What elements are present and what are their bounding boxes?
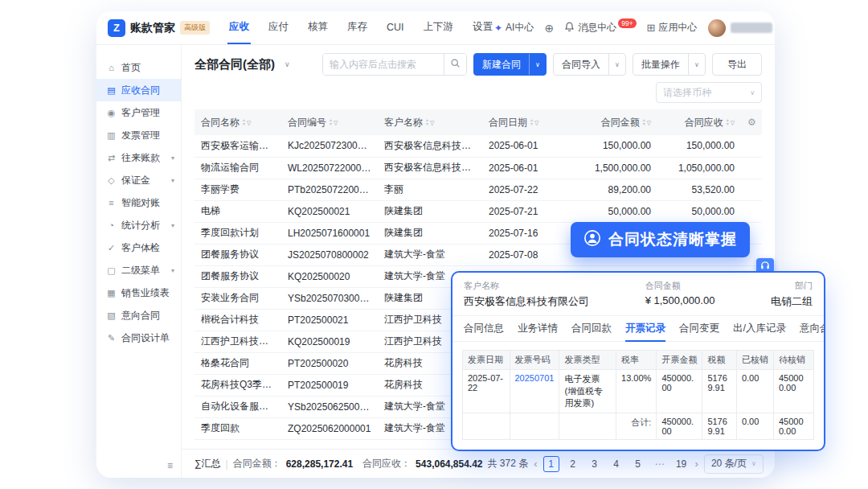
table-row[interactable]: 物流运输合同WL2025072200001西安极客信息科技有限公司2025-06…	[194, 157, 762, 179]
column-header-amount[interactable]: 合同金额▴▾∇	[563, 109, 657, 135]
sidebar-item-home[interactable]: ⌂首页	[96, 56, 181, 79]
column-header-name[interactable]: 合同名称▴▾∇	[194, 109, 281, 135]
reconciliation-icon: ≡	[106, 198, 117, 208]
contract-status-banner: 合同状态清晰掌握	[571, 222, 750, 257]
page-button-2[interactable]: 2	[565, 456, 581, 472]
column-header-date[interactable]: 合同日期▴▾∇	[482, 109, 563, 135]
chevron-down-icon: ▾	[171, 222, 174, 229]
chevron-down-icon: ▾	[171, 177, 174, 184]
sort-icon[interactable]: ▴▾	[727, 118, 729, 126]
next-page-button[interactable]: ›	[695, 458, 698, 470]
popup-tab-intent-contract[interactable]: 意向合同	[800, 316, 825, 342]
nav-item-settings[interactable]: 设置	[471, 11, 494, 44]
nav-item-cui[interactable]: CUI	[385, 11, 406, 44]
sort-icon[interactable]: ▴▾	[643, 118, 645, 126]
message-center-button[interactable]: 消息中心 99+	[564, 21, 636, 35]
sidebar-item-current-accounts[interactable]: ⇄往来账款▾	[96, 146, 181, 169]
column-header-no[interactable]: 合同编号▴▾∇	[281, 109, 378, 135]
filter-icon[interactable]: ∇	[334, 120, 338, 127]
cell-no: PT202500020	[281, 352, 378, 374]
filter-icon[interactable]: ∇	[534, 120, 538, 127]
cell-no: PT202500019	[281, 374, 378, 396]
batch-actions-button[interactable]: 批量操作 ∨	[633, 53, 706, 76]
sidebar-item-contract-design[interactable]: ✎合同设计单	[96, 327, 181, 349]
sort-icon[interactable]: ▴▾	[330, 118, 332, 126]
filter-icon[interactable]: ∇	[647, 120, 651, 127]
popup-amount: 合同金额 ¥ 1,500,000.00	[645, 280, 715, 309]
cell-customer: 建筑大学-食堂	[378, 244, 482, 265]
column-label: 合同编号	[288, 117, 326, 128]
nav-item-receivable[interactable]: 应收	[227, 11, 251, 44]
new-contract-button[interactable]: 新建合同 ∨	[473, 53, 547, 76]
nav-item-inventory[interactable]: 库存	[346, 11, 369, 44]
invoice-empty-cell	[463, 413, 510, 440]
popup-tab-contract-change[interactable]: 合同变更	[679, 316, 719, 342]
filter-icon[interactable]: ∇	[430, 120, 434, 127]
sidebar-item-invoice-management[interactable]: ▥发票管理	[96, 124, 181, 146]
popup-tab-inventory-records[interactable]: 出/入库记录	[733, 316, 786, 342]
import-contract-button[interactable]: 合同导入 ∨	[553, 53, 626, 76]
nav-item-upstream-downstream[interactable]: 上下游	[422, 11, 456, 44]
export-button[interactable]: 导出	[712, 53, 762, 76]
search-input[interactable]	[323, 54, 444, 75]
sidebar-item-statistics[interactable]: ◔统计分析▾	[96, 214, 181, 236]
chevron-down-icon[interactable]: ∨	[530, 61, 546, 68]
sort-icon[interactable]: ▴▾	[530, 118, 533, 126]
quick-add-button[interactable]: ⊕	[544, 22, 554, 35]
page-button-5[interactable]: 5	[630, 456, 646, 472]
sidebar-item-receivable-contracts[interactable]: ▤应收合同	[96, 79, 181, 101]
sidebar-item-customer-management[interactable]: ◉客户管理	[96, 101, 181, 124]
sidebar-item-deposit[interactable]: ◇保证金▾	[96, 169, 181, 191]
title-chevron-down-icon[interactable]: ∨	[285, 60, 290, 68]
sidebar-item-sales-report[interactable]: ▦销售业绩表	[96, 281, 181, 304]
accounts-icon: ⇄	[106, 153, 117, 163]
nav-item-payable[interactable]: 应付	[267, 11, 290, 44]
page-size-select[interactable]: 20 条/页 ∨	[704, 454, 764, 474]
popup-tab-contract-payment[interactable]: 合同回款	[571, 316, 612, 342]
cell-customer: 陕建集团	[378, 200, 482, 222]
table-row[interactable]: 电梯KQ202500021陕建集团2025-07-2150,000.0050,0…	[194, 200, 762, 222]
nav-item-accounting[interactable]: 核算	[306, 11, 330, 44]
popup-tab-business-detail[interactable]: 业务详情	[518, 316, 558, 342]
summary-divider: |	[226, 458, 228, 470]
prev-page-button[interactable]: ‹	[534, 458, 537, 470]
chevron-down-icon[interactable]: ∨	[609, 61, 625, 68]
invoice-cell: 51769.91	[702, 370, 737, 413]
sidebar-item-customer-checkup[interactable]: ✓客户体检	[96, 236, 181, 259]
popup-tab-contract-info[interactable]: 合同信息	[464, 316, 504, 342]
sort-icon[interactable]: ▴▾	[243, 118, 245, 126]
sort-icon[interactable]: ▴▾	[426, 118, 428, 126]
cell-date: 2025-07-22	[482, 179, 563, 200]
filter-icon[interactable]: ∇	[247, 120, 251, 127]
sidebar-item-smart-reconciliation[interactable]: ≡智能对账	[96, 191, 181, 214]
table-row[interactable]: 李丽学费PTb2025072200001李丽2025-07-2289,200.0…	[194, 179, 762, 200]
page-button-4[interactable]: 4	[608, 456, 624, 472]
gear-icon[interactable]: ⚙	[747, 117, 756, 128]
chevron-down-icon[interactable]: ∨	[689, 61, 705, 68]
app-center-button[interactable]: ⊞ 应用中心	[647, 21, 698, 35]
sidebar-item-intent-contract[interactable]: ▧意向合同	[96, 304, 181, 327]
page-button-19[interactable]: 19	[674, 456, 690, 472]
page-title: 全部合同(全部)	[194, 57, 275, 72]
search-button[interactable]	[444, 53, 466, 76]
ai-sparkle-icon: ✦	[494, 23, 502, 34]
user-profile[interactable]	[708, 19, 772, 37]
app-center-label: 应用中心	[659, 21, 698, 35]
cell-customer: 西安极客信息科技有限公司	[378, 157, 482, 179]
column-header-customer[interactable]: 客户名称▴▾∇	[378, 109, 482, 135]
cell-no: PT202500021	[281, 309, 378, 331]
table-row[interactable]: 西安极客运输合同KJc2025072300001西安极客信息科技有限公司2025…	[194, 135, 762, 157]
new-contract-label: 新建合同	[474, 58, 529, 72]
column-header-receivable[interactable]: 合同应收▴▾∇	[657, 109, 741, 135]
page-button-1[interactable]: 1	[543, 456, 559, 472]
list-footer: ∑汇总 | 合同金额： 628,285,172.41 合同应收： 543,064…	[182, 449, 775, 478]
popup-tab-invoice-records[interactable]: 开票记录	[625, 316, 665, 342]
filter-icon[interactable]: ∇	[731, 120, 735, 127]
ai-center-button[interactable]: ✦ AI中心	[494, 21, 534, 35]
page-button-3[interactable]: 3	[587, 456, 603, 472]
currency-select[interactable]: 请选择币种 ∨	[656, 82, 762, 103]
sidebar-item-submenu[interactable]: ▢二级菜单▾	[96, 259, 181, 281]
invoice-number-link[interactable]: 20250701	[510, 370, 559, 413]
collapse-sidebar-icon[interactable]: ≡	[167, 460, 173, 471]
sidebar-item-label: 二级菜单	[121, 264, 160, 277]
